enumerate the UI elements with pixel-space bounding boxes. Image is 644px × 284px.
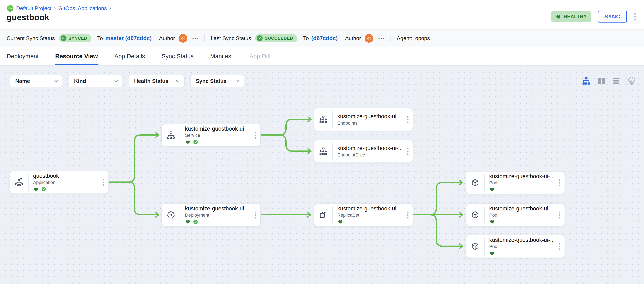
view-toggle-group — [582, 76, 636, 86]
node-pod-1[interactable]: kustomize-guestbook-ui-... Pod — [466, 171, 565, 194]
check-circle-icon: ✓ — [61, 35, 66, 41]
header-kebab-menu[interactable] — [633, 12, 636, 21]
node-title: kustomize-guestbook-ui — [185, 206, 250, 212]
tab-sync-status[interactable]: Sync Status — [162, 47, 194, 65]
node-kind: Endpoints — [337, 120, 402, 126]
node-title: kustomize-guestbook-ui-... — [489, 173, 554, 179]
sync-status-bar: Current Sync Status ✓ SYNCED To master (… — [0, 29, 644, 47]
node-kebab-menu[interactable] — [98, 171, 108, 194]
chevron-down-icon — [114, 79, 118, 83]
current-commit-link[interactable]: master (d67cddc) — [105, 35, 152, 41]
tab-deployment[interactable]: Deployment — [6, 47, 39, 65]
node-application-guestbook[interactable]: guestbook Application — [10, 171, 109, 194]
deployment-icon — [162, 204, 180, 226]
list-view-icon[interactable] — [612, 77, 620, 85]
node-kebab-menu[interactable] — [403, 108, 413, 131]
synced-badge-label: SYNCED — [68, 36, 87, 41]
node-kind: EndpointSlice — [337, 152, 402, 158]
health-badge-label: HEALTHY — [564, 14, 587, 19]
chevron-down-icon — [176, 79, 180, 83]
synced-check-icon — [193, 139, 198, 145]
node-title: kustomize-guestbook-ui-... — [337, 145, 402, 152]
pod-icon — [466, 235, 484, 258]
synced-check-icon — [41, 186, 46, 192]
node-service[interactable]: kustomize-guestbook-ui Service — [162, 124, 261, 147]
to-label: To — [303, 35, 309, 41]
application-icon — [10, 171, 28, 194]
node-title: kustomize-guestbook-ui-... — [489, 206, 554, 212]
last-commit-link[interactable]: (d67cddc) — [311, 35, 338, 41]
author-label: Author — [159, 35, 175, 41]
synced-check-icon — [193, 219, 198, 225]
agent-value: opops — [415, 35, 430, 41]
node-kind: Pod — [489, 244, 554, 249]
node-title: kustomize-guestbook-ui — [337, 113, 402, 120]
filter-bar: Name Kind Health Status Sync Status — [10, 75, 244, 87]
healthy-heart-icon — [489, 187, 495, 192]
breadcrumb-project[interactable]: Default Project — [16, 5, 52, 11]
chevron-right-icon: › — [54, 5, 56, 11]
node-replicaset[interactable]: kustomize-guestbook-ui-... ReplicaSet — [314, 203, 413, 227]
chevron-down-icon — [54, 79, 58, 83]
tab-bar: Deployment Resource View App Details Syn… — [0, 47, 644, 66]
healthy-heart-icon — [489, 219, 495, 225]
node-kebab-menu[interactable] — [403, 140, 413, 162]
project-infinity-icon: ∞ — [6, 4, 14, 12]
health-status-badge: HEALTHY — [551, 11, 592, 22]
tab-resource-view[interactable]: Resource View — [55, 47, 98, 65]
node-kind: Deployment — [185, 213, 250, 218]
sync-status-filter-dropdown[interactable]: Sync Status — [190, 75, 244, 87]
node-deployment[interactable]: kustomize-guestbook-ui Deployment — [162, 203, 261, 227]
breadcrumb-section[interactable]: GitOps: Applications — [58, 5, 107, 11]
node-pod-3[interactable]: kustomize-guestbook-ui-... Pod — [466, 235, 565, 258]
healthy-heart-icon — [33, 186, 39, 192]
app-header: ∞ Default Project › GitOps: Applications… — [0, 0, 644, 29]
commit-more-ellipsis[interactable]: ••• — [192, 36, 199, 40]
heart-icon — [556, 14, 561, 19]
node-title: guestbook — [33, 173, 98, 179]
node-endpointslice[interactable]: kustomize-guestbook-ui-... EndpointSlice — [314, 140, 413, 163]
agent-label: Agent: — [397, 35, 412, 41]
endpoints-icon — [314, 108, 332, 131]
divider — [204, 34, 205, 42]
node-kind: Pod — [489, 180, 554, 186]
kind-filter-dropdown[interactable]: Kind — [69, 75, 123, 87]
pod-icon — [466, 172, 484, 194]
name-filter-dropdown[interactable]: Name — [10, 75, 63, 87]
tree-view-icon[interactable] — [582, 76, 590, 85]
node-title: kustomize-guestbook-ui-... — [337, 206, 402, 212]
node-kebab-menu[interactable] — [554, 172, 564, 194]
node-kind: Application — [33, 180, 98, 185]
health-status-filter-dropdown[interactable]: Health Status — [129, 75, 184, 87]
tab-app-diff[interactable]: App Diff — [249, 47, 271, 65]
breadcrumb: ∞ Default Project › GitOps: Applications… — [6, 0, 638, 12]
current-sync-status-label: Current Sync Status — [6, 35, 55, 41]
node-kind: ReplicaSet — [337, 213, 402, 218]
grid-view-icon[interactable] — [597, 77, 606, 85]
healthy-heart-icon — [337, 219, 343, 225]
check-circle-icon: ✓ — [257, 35, 262, 41]
healthy-heart-icon — [185, 139, 191, 145]
tab-app-details[interactable]: App Details — [114, 47, 145, 65]
node-kebab-menu[interactable] — [554, 235, 564, 258]
page-title: guestbook — [6, 13, 638, 22]
cloud-view-icon[interactable] — [627, 76, 636, 86]
node-pod-2[interactable]: kustomize-guestbook-ui-... Pod — [466, 203, 565, 227]
node-kebab-menu[interactable] — [403, 204, 413, 226]
node-endpoints[interactable]: kustomize-guestbook-ui Endpoints — [314, 108, 413, 131]
node-kebab-menu[interactable] — [250, 124, 260, 146]
author-avatar: o( — [178, 34, 187, 42]
tab-manifest[interactable]: Manifest — [210, 47, 233, 65]
pod-icon — [466, 204, 484, 226]
sync-button[interactable]: SYNC — [598, 11, 627, 22]
node-kebab-menu[interactable] — [554, 204, 564, 226]
last-sync-status-label: Last Sync Status — [211, 35, 251, 41]
commit-more-ellipsis[interactable]: ••• — [378, 36, 385, 40]
to-label: To — [97, 35, 103, 41]
author-avatar: o( — [365, 34, 373, 42]
node-kebab-menu[interactable] — [250, 204, 260, 226]
node-kind: Service — [185, 133, 250, 138]
chevron-down-icon — [235, 79, 240, 83]
resource-tree-canvas: Name Kind Health Status Sync Status — [0, 66, 644, 284]
node-title: kustomize-guestbook-ui — [185, 126, 250, 132]
